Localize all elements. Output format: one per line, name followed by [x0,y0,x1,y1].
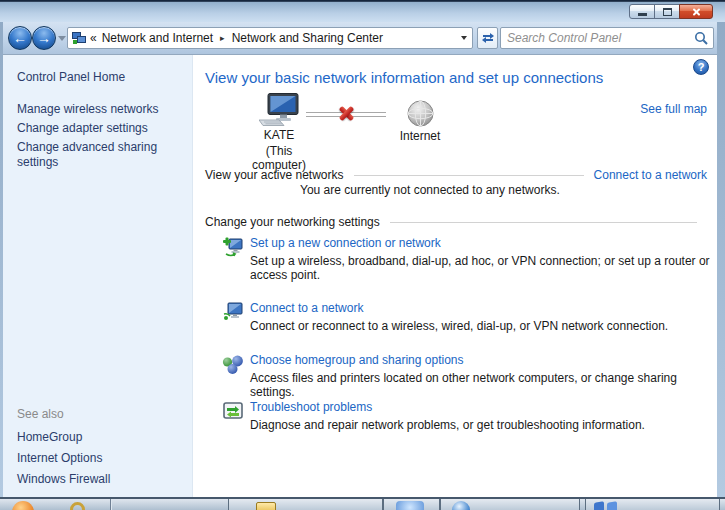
task-troubleshoot-problems: Troubleshoot problems Diagnose and repai… [193,400,709,432]
internet-label: Internet [389,129,451,143]
homegroup-icon [222,353,244,375]
homegroup-options-desc: Access files and printers located on oth… [250,371,717,399]
sidebar-item-homegroup[interactable]: HomeGroup [17,430,82,444]
taskbar-windows-flag-icon-left[interactable] [594,501,604,510]
network-sharing-center-window: ← → « Network and Internet ▸ Network and… [0,0,725,510]
breadcrumb-overflow-chevron[interactable]: « [90,31,97,45]
forward-icon: → [37,30,51,46]
globe-icon [407,100,434,127]
taskbar-folder-icon[interactable] [256,502,276,510]
close-button[interactable] [679,4,713,19]
address-bar[interactable]: « Network and Internet ▸ Network and Sha… [67,27,473,49]
divider [354,175,584,176]
connect-to-network-link[interactable]: Connect to a network [594,168,707,182]
connect-network-desc: Connect or reconnect to a wireless, wire… [250,319,717,333]
address-dropdown-icon [461,36,467,40]
main-pane: ? View your basic network information an… [193,55,717,497]
close-icon [690,7,702,17]
taskbar-windows-flag-icon-right[interactable] [607,501,617,510]
sidebar-item-windows-firewall[interactable]: Windows Firewall [17,472,110,486]
minimize-icon [638,13,647,16]
sidebar: Control Panel Home Manage wireless netwo… [3,55,193,497]
divider [390,222,697,223]
breadcrumb-item-network-sharing-center[interactable]: Network and Sharing Center [232,31,383,45]
back-icon: ← [13,30,27,46]
connect-network-icon [222,301,244,323]
taskbar-separator [110,499,111,510]
active-networks-header-row: View your active networks Connect to a n… [205,168,707,182]
address-dropdown-button[interactable] [456,28,472,48]
map-computer-node[interactable]: KATE (This computer) [251,93,307,172]
active-networks-heading: View your active networks [205,168,344,182]
help-icon: ? [698,61,705,73]
breadcrumb-item-network-and-internet[interactable]: Network and Internet [102,31,213,45]
refresh-button[interactable] [477,27,498,49]
navigation-toolbar: ← → « Network and Internet ▸ Network and… [3,22,717,55]
see-also-heading: See also [17,407,64,421]
homegroup-options-link[interactable]: Choose homegroup and sharing options [250,353,709,367]
computer-icon [259,93,299,126]
help-button[interactable]: ? [693,59,709,75]
sidebar-item-manage-wireless-networks[interactable]: Manage wireless networks [17,102,158,116]
troubleshoot-icon [222,400,244,422]
taskbar-app-icon-gold-ring[interactable] [70,502,85,510]
sidebar-item-change-adapter-settings[interactable]: Change adapter settings [17,121,148,135]
map-internet-node[interactable]: Internet [389,100,451,143]
forward-button[interactable]: → [32,26,56,50]
task-setup-new-connection: Set up a new connection or network Set u… [193,236,709,282]
search-box [500,27,714,49]
breadcrumb-separator-icon[interactable]: ▸ [220,33,225,43]
sidebar-item-change-advanced-sharing-settings[interactable]: Change advanced sharing settings [17,140,173,170]
recent-pages-dropdown-icon[interactable] [58,36,66,41]
maximize-icon [663,8,672,16]
refresh-icon [481,32,495,44]
see-full-map-link[interactable]: See full map [640,102,707,116]
computer-name-label: KATE [251,128,307,142]
task-homegroup-options: Choose homegroup and sharing options Acc… [193,353,709,399]
taskbar-button-1[interactable] [228,499,383,510]
setup-new-connection-link[interactable]: Set up a new connection or network [250,236,709,250]
new-connection-icon [222,236,244,258]
window-controls [629,4,713,19]
sidebar-item-control-panel-home[interactable]: Control Panel Home [17,70,125,84]
troubleshoot-link[interactable]: Troubleshoot problems [250,400,709,414]
connect-network-link[interactable]: Connect to a network [250,301,709,315]
disconnected-x-icon[interactable] [336,103,356,123]
network-location-icon [72,32,86,45]
maximize-button[interactable] [654,4,680,19]
title-bar[interactable] [0,0,725,22]
taskbar-app-icon-orange[interactable] [12,501,34,510]
troubleshoot-desc: Diagnose and repair network problems, or… [250,418,717,432]
page-title: View your basic network information and … [205,69,603,86]
back-button[interactable]: ← [8,26,32,50]
window-client-area: ← → « Network and Internet ▸ Network and… [3,22,717,497]
taskbar-button-4[interactable] [585,499,720,510]
search-icon[interactable] [694,31,708,45]
taskbar[interactable] [0,497,725,510]
sidebar-item-internet-options[interactable]: Internet Options [17,451,102,465]
settings-header-row: Change your networking settings [205,215,707,229]
taskbar-app-icon-blue[interactable] [396,501,424,510]
minimize-button[interactable] [629,4,655,19]
setup-new-connection-desc: Set up a wireless, broadband, dial-up, a… [250,254,717,282]
search-input[interactable] [501,31,694,45]
task-connect-to-network: Connect to a network Connect or reconnec… [193,301,709,333]
settings-heading: Change your networking settings [205,215,380,229]
content-body: Control Panel Home Manage wireless netwo… [3,55,717,497]
network-status-text: You are currently not connected to any n… [300,183,560,197]
